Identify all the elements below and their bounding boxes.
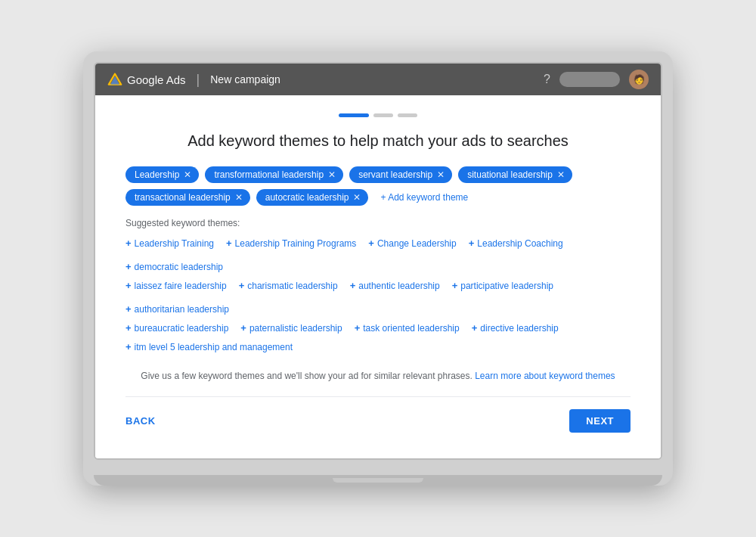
remove-keyword-icon[interactable]: ✕ (184, 170, 191, 179)
laptop-bottom (94, 475, 662, 486)
suggestion-label: bureaucratic leadership (135, 323, 229, 334)
suggestions-row-2: + laissez faire leadership + charismatic… (125, 280, 631, 315)
campaign-label: New campaign (210, 73, 280, 85)
laptop-notch (333, 478, 423, 483)
app-name: Google Ads (127, 73, 186, 86)
plus-icon: + (125, 322, 132, 334)
suggestion-label: Leadership Training (135, 238, 214, 249)
keyword-tag-servant[interactable]: servant leadership ✕ (349, 166, 452, 183)
topbar-divider: | (197, 72, 200, 88)
topbar: Google Ads | New campaign ? 🧑 (95, 64, 661, 95)
suggestion-label: participative leadership (460, 281, 553, 291)
plus-icon: + (239, 280, 245, 291)
suggestion-label: Leadership Training Programs (235, 238, 357, 249)
suggestions-grid: + Leadership Training + Leadership Train… (125, 237, 631, 352)
suggestion-label: Change Leadership (377, 238, 457, 249)
laptop-container: Google Ads | New campaign ? 🧑 Add keywor… (83, 51, 673, 486)
add-keyword-button[interactable]: + Add keyword theme (374, 189, 474, 206)
keyword-tag-label: Leadership (135, 169, 179, 180)
keyword-tag-label: autocratic leadership (265, 192, 349, 203)
remove-keyword-icon[interactable]: ✕ (557, 170, 565, 179)
suggestions-row-3: + bureaucratic leadership + paternalisti… (125, 322, 631, 334)
keyword-tag-label: situational leadership (467, 169, 553, 180)
keyword-tag-transformational[interactable]: transformational leadership ✕ (205, 166, 343, 183)
suggestions-row-1: + Leadership Training + Leadership Train… (125, 237, 631, 272)
info-text: Give us a few keyword themes and we'll s… (125, 371, 631, 381)
account-bar (559, 72, 620, 87)
plus-icon: + (368, 237, 374, 249)
topbar-right: ? 🧑 (544, 70, 649, 89)
suggestion-itm-level5[interactable]: + itm level 5 leadership and management (125, 341, 293, 352)
progress-pill-2 (373, 113, 393, 117)
footer-row: BACK NEXT (125, 396, 631, 436)
suggestion-label: authentic leadership (358, 281, 439, 291)
keyword-tag-label: servant leadership (358, 169, 432, 180)
keyword-tags-area: Leadership ✕ transformational leadership… (125, 166, 631, 206)
laptop-screen: Google Ads | New campaign ? 🧑 Add keywor… (94, 62, 662, 460)
suggested-keywords-label: Suggested keyword themes: (125, 218, 631, 228)
laptop-base (94, 460, 662, 475)
page-title: Add keyword themes to help match your ad… (125, 132, 631, 150)
next-button[interactable]: NEXT (569, 409, 631, 433)
suggestion-democratic-leadership[interactable]: + democratic leadership (125, 261, 223, 272)
suggestion-label: directive leadership (480, 323, 558, 334)
avatar-initials: 🧑 (634, 74, 645, 85)
google-ads-icon (107, 72, 122, 87)
suggestion-task-oriented[interactable]: + task oriented leadership (355, 322, 460, 334)
keyword-tag-label: transformational leadership (214, 169, 324, 180)
progress-pill-3 (398, 113, 417, 117)
keyword-tag-transactional[interactable]: transactional leadership ✕ (125, 189, 250, 206)
suggestion-authentic[interactable]: + authentic leadership (350, 280, 440, 291)
plus-icon: + (350, 280, 356, 291)
content-area: Add keyword themes to help match your ad… (95, 95, 661, 458)
suggestion-label: charismatic leadership (247, 281, 337, 291)
suggestion-change-leadership[interactable]: + Change Leadership (368, 237, 456, 249)
google-ads-logo: Google Ads (107, 72, 186, 87)
suggestion-label: itm level 5 leadership and management (135, 342, 293, 352)
suggestion-label: democratic leadership (135, 262, 223, 272)
remove-keyword-icon[interactable]: ✕ (353, 193, 361, 202)
plus-icon: + (125, 280, 132, 291)
suggestion-bureaucratic[interactable]: + bureaucratic leadership (125, 322, 228, 334)
suggestions-row-4: + itm level 5 leadership and management (125, 341, 631, 352)
plus-icon: + (125, 261, 132, 272)
suggestion-authoritarian[interactable]: + authoritarian leadership (125, 303, 229, 315)
keyword-tag-leadership[interactable]: Leadership ✕ (125, 166, 199, 183)
progress-pill-1 (339, 113, 369, 117)
plus-icon: + (125, 341, 132, 352)
plus-icon: + (355, 322, 361, 334)
plus-icon: + (472, 322, 478, 334)
keyword-tag-autocratic[interactable]: autocratic leadership ✕ (256, 189, 369, 206)
progress-bar (125, 113, 631, 117)
plus-icon: + (226, 237, 232, 249)
avatar[interactable]: 🧑 (629, 70, 649, 89)
suggestion-leadership-training[interactable]: + Leadership Training (125, 237, 214, 249)
plus-icon: + (452, 280, 458, 291)
suggestion-charismatic[interactable]: + charismatic leadership (239, 280, 338, 291)
remove-keyword-icon[interactable]: ✕ (437, 170, 445, 179)
suggestion-laissez-faire[interactable]: + laissez faire leadership (125, 280, 227, 291)
suggestion-leadership-coaching[interactable]: + Leadership Coaching (469, 237, 563, 249)
suggestion-directive[interactable]: + directive leadership (472, 322, 559, 334)
keyword-tag-label: transactional leadership (135, 192, 231, 203)
suggestion-label: paternalistic leadership (249, 323, 342, 334)
suggestion-paternalistic[interactable]: + paternalistic leadership (240, 322, 342, 334)
plus-icon: + (469, 237, 475, 249)
suggestion-participative[interactable]: + participative leadership (452, 280, 553, 291)
back-button[interactable]: BACK (125, 415, 156, 427)
keyword-tag-situational[interactable]: situational leadership ✕ (458, 166, 572, 183)
help-icon[interactable]: ? (544, 73, 550, 86)
suggestion-label: task oriented leadership (363, 323, 459, 334)
suggestion-leadership-training-programs[interactable]: + Leadership Training Programs (226, 237, 356, 249)
suggestion-label: authoritarian leadership (135, 304, 229, 315)
remove-keyword-icon[interactable]: ✕ (235, 193, 243, 202)
suggestion-label: laissez faire leadership (135, 281, 227, 291)
plus-icon: + (240, 322, 246, 334)
suggestion-label: Leadership Coaching (477, 238, 562, 249)
learn-more-link[interactable]: Learn more about keyword themes (475, 371, 615, 381)
plus-icon: + (125, 303, 132, 315)
remove-keyword-icon[interactable]: ✕ (328, 170, 336, 179)
plus-icon: + (125, 237, 132, 249)
